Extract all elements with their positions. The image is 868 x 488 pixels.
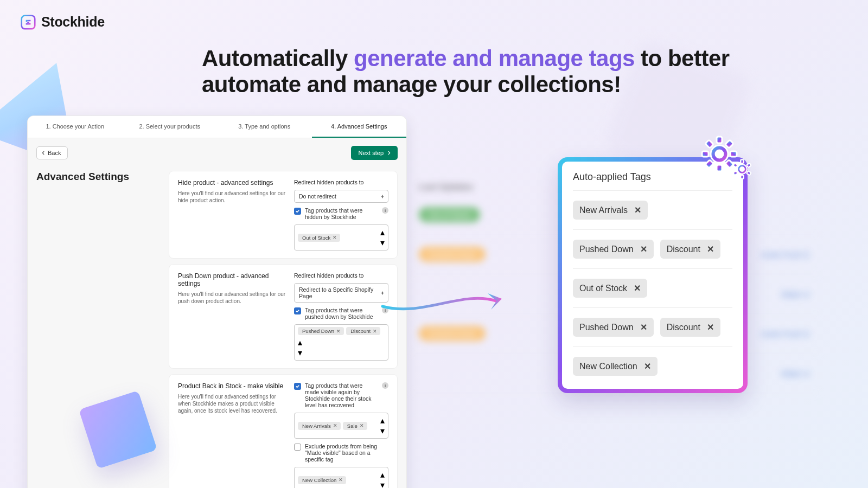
section-description: Here you'll find our advanced settings f…	[178, 190, 286, 204]
remove-tag-icon[interactable]: ✕	[640, 244, 647, 254]
tag-chip[interactable]: Pushed Down✕	[298, 327, 344, 335]
remove-tag-icon[interactable]: ✕	[644, 361, 651, 371]
wizard-tab[interactable]: 4. Advanced Settings	[312, 116, 407, 138]
wizard-tab[interactable]: 2. Select your products	[123, 116, 218, 138]
section-title: Product Back in Stock - make visible	[178, 382, 286, 390]
tag-multiselect[interactable]: New Arrivals✕Sale✕▴▾	[294, 413, 388, 439]
remove-tag-icon[interactable]: ✕	[336, 329, 341, 334]
remove-tag-icon[interactable]: ✕	[373, 329, 377, 334]
settings-panel: 1. Choose your Action2. Select your prod…	[27, 115, 407, 488]
applied-tag-chip[interactable]: New Collection✕	[573, 357, 658, 376]
tag-multiselect[interactable]: Pushed Down✕Discount✕▴▾	[294, 324, 388, 361]
wizard-tab[interactable]: 1. Choose your Action	[28, 116, 123, 138]
settings-section: Product Back in Stock - make visible Her…	[169, 374, 398, 488]
tag-card-row: New Collection✕	[573, 346, 732, 386]
checkbox-label: Tag products that were made visible agai…	[305, 382, 376, 408]
checkbox[interactable]	[294, 208, 301, 215]
info-icon[interactable]: i	[382, 382, 388, 389]
tag-chip[interactable]: Out of Stock✕	[298, 234, 340, 242]
checkbox[interactable]	[294, 383, 301, 390]
tag-card-row: Pushed Down✕Discount✕	[573, 229, 732, 268]
applied-tag-chip[interactable]: Discount✕	[660, 240, 720, 259]
remove-tag-icon[interactable]: ✕	[640, 322, 647, 332]
settings-section: Hide product - advanced settings Here yo…	[169, 171, 398, 259]
field-label: Redirect hidden products to	[294, 272, 388, 279]
chevron-right-icon	[387, 151, 391, 155]
applied-tag-chip[interactable]: Pushed Down✕	[573, 318, 654, 337]
field-label: Redirect hidden products to	[294, 179, 388, 185]
remove-tag-icon[interactable]: ✕	[634, 205, 641, 215]
tag-card-row: Out of Stock✕	[573, 268, 732, 307]
wizard-tab[interactable]: 3. Type and options	[217, 116, 312, 138]
next-step-button[interactable]: Next step	[351, 146, 398, 160]
remove-tag-icon[interactable]: ✕	[333, 235, 337, 240]
back-button[interactable]: Back	[36, 146, 68, 159]
info-icon[interactable]: i	[382, 207, 388, 214]
gears-icon	[699, 133, 758, 188]
checkbox[interactable]	[294, 307, 301, 314]
logo-icon	[21, 15, 36, 30]
auto-applied-tags-card: Auto-applied Tags New Arrivals✕Pushed Do…	[558, 157, 748, 393]
remove-tag-icon[interactable]: ✕	[707, 244, 714, 254]
applied-tag-chip[interactable]: New Arrivals✕	[573, 201, 648, 220]
tag-card-row: New Arrivals✕	[573, 190, 732, 229]
tag-chip[interactable]: New Arrivals✕	[298, 422, 341, 430]
checkbox-label: Tag products that were hidden by Stockhi…	[305, 207, 376, 220]
svg-point-2	[716, 150, 723, 158]
chevron-left-icon	[41, 151, 46, 155]
svg-point-5	[740, 167, 744, 171]
tag-chip[interactable]: Sale✕	[343, 422, 367, 430]
section-description: Here you'll find our advanced settings f…	[178, 291, 286, 305]
tag-multiselect[interactable]: Out of Stock✕▴▾	[294, 224, 388, 251]
tag-chip[interactable]: Discount✕	[346, 327, 380, 335]
checkbox-label: Exclude products from being "Made visibl…	[305, 443, 388, 463]
checkbox-label: Tag products that were pushed down by St…	[305, 307, 376, 320]
section-title: Hide product - advanced settings	[178, 179, 286, 187]
svg-rect-3	[717, 137, 722, 143]
remove-tag-icon[interactable]: ✕	[707, 322, 714, 332]
settings-section: Push Down product - advanced settings He…	[169, 264, 398, 369]
remove-tag-icon[interactable]: ✕	[634, 283, 641, 293]
applied-tag-chip[interactable]: Pushed Down✕	[573, 240, 654, 259]
connector-arrow-icon	[380, 287, 510, 320]
applied-tag-chip[interactable]: Out of Stock✕	[573, 279, 647, 298]
tag-chip[interactable]: New Collection✕	[298, 476, 346, 484]
brand-logo: Stockhide	[21, 14, 105, 30]
remove-tag-icon[interactable]: ✕	[360, 423, 364, 428]
tag-card-row: Pushed Down✕Discount✕	[573, 307, 732, 346]
wizard-tabs: 1. Choose your Action2. Select your prod…	[28, 116, 406, 138]
redirect-select[interactable]: Redirect to a Specific Shopify Page▴▾	[294, 283, 388, 303]
checkbox[interactable]	[294, 444, 301, 451]
remove-tag-icon[interactable]: ✕	[333, 423, 337, 428]
tag-multiselect[interactable]: New Collection✕▴▾	[294, 467, 388, 488]
remove-tag-icon[interactable]: ✕	[339, 477, 343, 483]
section-title: Push Down product - advanced settings	[178, 272, 286, 287]
section-description: Here you'll find our advanced settings f…	[178, 393, 286, 414]
redirect-select[interactable]: Do not redirect▴▾	[294, 190, 388, 203]
applied-tag-chip[interactable]: Discount✕	[660, 318, 720, 337]
marketing-headline: Automatically generate and manage tags t…	[202, 46, 739, 98]
logo-text: Stockhide	[41, 14, 105, 30]
